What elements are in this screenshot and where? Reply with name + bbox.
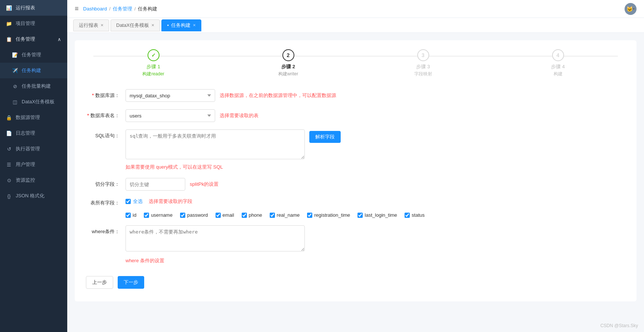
lock-icon: 🔒 xyxy=(6,115,12,120)
sql-control: 解析字段 如果需要使用 query模式，可以在这里写 SQL xyxy=(126,129,625,170)
field-username[interactable]: username xyxy=(144,212,173,218)
sql-row: SQL语句： 解析字段 如果需要使用 query模式，可以在这里写 SQL xyxy=(86,129,625,170)
tabs-bar: 运行报表 ✕ DataX任务模板 ✕ ● 任务构建 ✕ xyxy=(67,18,644,33)
tab-task-build[interactable]: ● 任务构建 ✕ xyxy=(161,19,201,31)
checkbox-email[interactable] xyxy=(216,213,221,218)
sidebar-item-run-report[interactable]: 📊 运行报表 xyxy=(0,0,67,16)
chart-icon: 📊 xyxy=(6,5,12,11)
fields-row: 表所有字段： 全选 选择需要读取的字段 idusernamepasswordem… xyxy=(86,198,625,218)
where-textarea[interactable] xyxy=(126,225,305,251)
steps: ✓ 步骤 1 构建reader 2 步骤 2 构建writer 3 步骤 3 字… xyxy=(86,49,625,77)
datasource-select[interactable]: mysql_datax_shop xyxy=(126,89,215,102)
checkbox-id[interactable] xyxy=(126,213,131,218)
field-status[interactable]: status xyxy=(405,212,425,218)
sidebar-item-task-batch[interactable]: ⊘ 任务批量构建 xyxy=(0,78,67,94)
avatar[interactable]: 🐱 ▾ xyxy=(625,3,637,15)
field-label-real_name: real_name xyxy=(277,212,300,218)
where-row: where条件： where 条件的设置 xyxy=(86,225,625,264)
sql-textarea[interactable] xyxy=(126,129,305,159)
executor-icon: ↺ xyxy=(6,146,12,152)
dbname-select[interactable]: users xyxy=(126,109,215,122)
split-control: splitPk的设置 xyxy=(126,178,625,191)
breadcrumb-task-mgmt[interactable]: 任务管理 xyxy=(113,6,132,12)
field-last_login_time[interactable]: last_login_time xyxy=(357,212,397,218)
sidebar-item-user-mgmt[interactable]: ☰ 用户管理 xyxy=(0,157,67,172)
where-hint: where 条件的设置 xyxy=(126,257,164,264)
avatar-dropdown-icon: ▾ xyxy=(633,7,635,11)
breadcrumb-dashboard[interactable]: Dashboard xyxy=(83,6,107,12)
field-email[interactable]: email xyxy=(216,212,234,218)
header-left: ≡ Dashboard / 任务管理 / 任务构建 xyxy=(75,5,157,13)
field-id[interactable]: id xyxy=(126,212,136,218)
step-1-title: 步骤 1 xyxy=(146,63,160,70)
user-icon: ☰ xyxy=(6,162,12,167)
tab-task-build-close[interactable]: ✕ xyxy=(193,23,196,27)
field-registration_time[interactable]: registration_time xyxy=(307,212,350,218)
json-icon: {} xyxy=(6,193,12,199)
breadcrumb: Dashboard / 任务管理 / 任务构建 xyxy=(83,6,158,12)
checkbox-status[interactable] xyxy=(405,213,410,218)
parse-fields-button[interactable]: 解析字段 xyxy=(309,131,341,143)
sidebar-item-task-mgmt-group[interactable]: 📋 任务管理 ∧ xyxy=(0,31,67,47)
dbname-control: users 选择需要读取的表 xyxy=(126,109,625,122)
main-area: ≡ Dashboard / 任务管理 / 任务构建 🐱 ▾ 运行报表 ✕ Dat… xyxy=(67,0,644,332)
field-real_name[interactable]: real_name xyxy=(270,212,300,218)
checkbox-username[interactable] xyxy=(144,213,149,218)
checkbox-last_login_time[interactable] xyxy=(357,213,363,218)
sidebar-item-log-mgmt[interactable]: 📄 日志管理 xyxy=(0,125,67,141)
datasource-row: 数据库源： mysql_datax_shop 选择数据源，在之前的数据源管理中，… xyxy=(86,89,625,102)
step-2-title: 步骤 2 xyxy=(281,63,295,70)
step-4-circle: 4 xyxy=(552,49,564,61)
select-all-checkbox[interactable] xyxy=(126,199,131,204)
sidebar: 📊 运行报表 📁 项目管理 📋 任务管理 ∧ 📝 任务管理 ✈️ 任务构建 ⊘ … xyxy=(0,0,67,332)
prev-button[interactable]: 上一步 xyxy=(86,276,113,289)
split-row: 切分字段： splitPk的设置 xyxy=(86,178,625,191)
select-all-wrap[interactable]: 全选 xyxy=(126,198,143,205)
dbname-hint: 选择需要读取的表 xyxy=(220,109,258,119)
step-2-sub: 构建writer xyxy=(278,71,298,77)
sidebar-item-executor-mgmt[interactable]: ↺ 执行器管理 xyxy=(0,141,67,157)
breadcrumb-sep-1: / xyxy=(109,6,111,12)
field-password[interactable]: password xyxy=(180,212,208,218)
menu-icon[interactable]: ≡ xyxy=(75,5,79,13)
fields-control: 全选 选择需要读取的字段 idusernamepasswordemailphon… xyxy=(126,198,625,218)
fields-label: 表所有字段： xyxy=(86,198,120,206)
split-input[interactable] xyxy=(126,178,185,191)
field-label-email: email xyxy=(223,212,234,218)
dbname-label: 数据库表名： xyxy=(86,109,120,119)
folder-icon: 📁 xyxy=(6,21,12,26)
field-label-last_login_time: last_login_time xyxy=(365,212,397,218)
sidebar-item-task-build[interactable]: ✈️ 任务构建 xyxy=(0,63,67,78)
step-4-title: 步骤 4 xyxy=(551,63,565,70)
chevron-icon: ∧ xyxy=(58,37,61,42)
step-2: 2 步骤 2 构建writer xyxy=(221,49,356,77)
checkbox-phone[interactable] xyxy=(242,213,247,218)
sidebar-item-data-source[interactable]: 🔒 数据源管理 xyxy=(0,110,67,125)
fields-checkbox-group: idusernamepasswordemailphonereal_namereg… xyxy=(126,212,425,218)
sidebar-item-project-mgmt[interactable]: 📁 项目管理 xyxy=(0,16,67,31)
watermark: CSDN @Stars.Sky xyxy=(600,323,638,328)
breadcrumb-current: 任务构建 xyxy=(138,6,157,12)
checkbox-registration_time[interactable] xyxy=(307,213,312,218)
checkbox-password[interactable] xyxy=(180,213,185,218)
field-phone[interactable]: phone xyxy=(242,212,262,218)
sidebar-item-json-format[interactable]: {} JSON 格式化 xyxy=(0,188,67,204)
next-button[interactable]: 下一步 xyxy=(118,276,144,289)
step-4-sub: 构建 xyxy=(554,71,563,77)
sidebar-item-task-manage[interactable]: 📝 任务管理 xyxy=(0,47,67,63)
monitor-icon: ⊙ xyxy=(6,178,12,183)
step-3-sub: 字段映射 xyxy=(414,71,432,77)
tab-run-report-close[interactable]: ✕ xyxy=(100,23,103,27)
datasource-hint: 选择数据源，在之前的数据源管理中，可以配置数据源 xyxy=(220,89,336,99)
task-submenu: 📝 任务管理 ✈️ 任务构建 ⊘ 任务批量构建 ◫ DataX任务模板 xyxy=(0,47,67,110)
step-4: 4 步骤 4 构建 xyxy=(490,49,625,77)
sidebar-item-datax-template[interactable]: ◫ DataX任务模板 xyxy=(0,94,67,110)
form-card: ✓ 步骤 1 构建reader 2 步骤 2 构建writer 3 步骤 3 字… xyxy=(75,40,637,301)
tab-run-report[interactable]: 运行报表 ✕ xyxy=(73,19,109,31)
checkbox-real_name[interactable] xyxy=(270,213,275,218)
datasource-label: 数据库源： xyxy=(86,89,120,99)
tab-datax-close[interactable]: ✕ xyxy=(151,23,154,27)
sidebar-item-resource-monitor[interactable]: ⊙ 资源监控 xyxy=(0,172,67,188)
tab-datax-template[interactable]: DataX任务模板 ✕ xyxy=(111,19,160,31)
tab-active-dot: ● xyxy=(167,24,169,27)
